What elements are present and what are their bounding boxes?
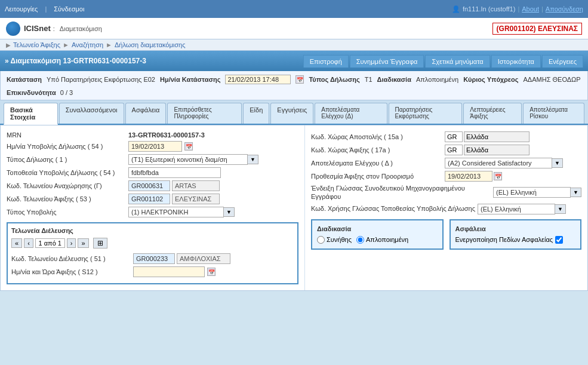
typos-upovolhs-row: Τύπος Υποβολής ▼	[7, 207, 298, 217]
kwdikos-anax-label: Κωδ. Τελωνείου Αναχώρησης (Γ)	[7, 182, 126, 189]
prothesmia-cal-icon[interactable]: 📅	[494, 172, 502, 180]
nav-first-btn[interactable]: «	[11, 238, 22, 248]
tab-egguiseis[interactable]: Εγγυήσεις	[270, 103, 313, 124]
asfaleia-checkbox[interactable]	[555, 236, 563, 244]
transit-box-title: Τελωνεία Διέλευσης	[11, 227, 294, 234]
hm-afixis-cal-icon[interactable]: 📅	[207, 268, 216, 276]
endeiksi-arrow[interactable]: ▼	[571, 188, 581, 197]
nav-next-btn[interactable]: ›	[67, 238, 76, 248]
diadikasia-value: Απλοποιημένη	[416, 76, 458, 83]
tab-synihmena[interactable]: Συνημμένα Έγγραφα	[350, 55, 424, 68]
kwdikos-afixis-right-code[interactable]	[445, 145, 463, 155]
user-name: fn111.In (custoff1)	[463, 5, 515, 13]
typos-select-arrow[interactable]: ▼	[248, 155, 258, 164]
kwd-xrhsis-input[interactable]	[478, 204, 555, 214]
apotelesmata-arrow[interactable]: ▼	[552, 158, 563, 168]
hm-afixis-row: Ημ/νία και Ώρα Άφιξης ( S12 ) 📅	[11, 266, 294, 277]
kwdikos-aposto-name	[464, 131, 529, 142]
copy-btn[interactable]: ⊞	[93, 238, 107, 249]
radio-aplopoiimeni-input[interactable]	[356, 236, 364, 244]
kwdikos-aposto-code[interactable]	[445, 131, 463, 142]
app-subtitle: Διαμετακόμιση	[60, 25, 102, 32]
tab-energeies[interactable]: Ενέργειες	[542, 55, 583, 68]
diadikasia-label: Διαδικασία	[377, 76, 411, 83]
about-link[interactable]: About	[522, 5, 539, 13]
kwd-xrhsis-arrow[interactable]: ▼	[555, 204, 566, 214]
tab-vasika[interactable]: Βασικά Στοιχεία	[4, 103, 58, 125]
app-name: ICISnet	[24, 24, 51, 33]
tab-sxetika[interactable]: Σχετικά μηνύματα	[425, 55, 490, 68]
topos-row: Τοποθεσία Υποβολής Δήλωσης ( 54 )	[7, 167, 298, 178]
breadcrumb-item-2[interactable]: Αναζήτηση	[72, 41, 103, 48]
hm-upovolhs-cal-icon[interactable]: 📅	[184, 142, 193, 151]
typos-upovolhs-arrow[interactable]: ▼	[224, 207, 235, 217]
logo-globe-icon	[6, 22, 20, 36]
radio-synithis-label: Συνήθης	[327, 236, 352, 243]
katastasi-value: Υπό Παρατηρήσεις Εκφόρτωσης Ε02	[47, 76, 155, 83]
menu-leitourgies[interactable]: Λειτουργίες	[5, 5, 38, 13]
radio-aplopoiimeni: Απλοποιημένη	[356, 236, 408, 244]
transit-nav: « ‹ 1 από 1 › » ⊞	[11, 238, 294, 249]
hm-upovolhs-label: Ημ/νία Υποβολής Δήλωσης ( 54 )	[7, 143, 126, 150]
kwdikos-afixis-code[interactable]	[128, 194, 170, 204]
kwdikos-afixis-right-name	[464, 145, 529, 155]
diadikasia-box-title: Διαδικασία	[317, 225, 438, 232]
hm-cal-icon[interactable]: 📅	[295, 75, 304, 84]
typos-dhlwsis-input[interactable]	[128, 154, 248, 165]
right-panel: Κωδ. Χώρας Αποστολής ( 15a ) Κωδ. Χώρας …	[305, 125, 587, 290]
prothesmia-input[interactable]	[445, 171, 492, 182]
logout-link[interactable]: Αποσύνδεση	[546, 5, 583, 13]
endeiksi-input[interactable]	[493, 187, 571, 198]
kwdikos-anax-row: Κωδ. Τελωνείου Αναχώρησης (Γ)	[7, 180, 298, 191]
prothesmia-row: Προθεσμία Άφιξης στον Προορισμό 📅	[311, 171, 581, 182]
tab-epistrofh[interactable]: Επιστροφή	[303, 55, 349, 68]
tab-leptomeries[interactable]: Λεπτομέρειες Άφιξης	[463, 103, 522, 124]
mrn-value: 13-GRTR0631-0000157-3	[128, 131, 205, 139]
breadcrumb-item-1[interactable]: Τελωνείο Άφιξης	[13, 41, 60, 48]
apotelesmata-label: Αποτελέσματα Ελέγχου ( Δ )	[311, 160, 442, 167]
tab-eidi[interactable]: Είδη	[243, 103, 269, 124]
hm-upovolhs-input[interactable]	[128, 141, 182, 152]
page-header: » Διαμετακόμιση 13-GRTR0631-0000157-3 Επ…	[0, 51, 588, 71]
location-code: (GR001102) ΕΛΕΥΣΙΝΑΣ	[492, 23, 582, 35]
tab-synallassomenoi[interactable]: Συναλλασσόμενοι	[59, 103, 124, 124]
menu-syndesmoi[interactable]: Σύνδεσμοι	[54, 5, 84, 13]
typos-row: Τύπος Δήλωσης ( 1 ) ▼	[7, 154, 298, 165]
tabs-row: Βασικά Στοιχεία Συναλλασσόμενοι Ασφάλεια…	[0, 100, 588, 125]
endeiksi-row: Ένδειξη Γλώσσας Συνοδευτικού Μηχανογραφη…	[311, 184, 581, 201]
endeiksi-label: Ένδειξη Γλώσσας Συνοδευτικού Μηχανογραφη…	[311, 184, 491, 201]
typos-upovolhs-input[interactable]	[128, 207, 224, 217]
bottom-boxes: Διαδικασία Συνήθης Απλοποιημένη Ασφάλεια…	[311, 219, 581, 250]
kwd-xrhsis-label: Κωδ. Χρήσης Γλώσσας Τοποθεσίας Υποβολής …	[311, 204, 475, 213]
radio-synithis: Συνήθης	[317, 236, 352, 244]
prothesmia-label: Προθεσμία Άφιξης στον Προορισμό	[311, 173, 442, 180]
tab-asfaleia[interactable]: Ασφάλεια	[125, 103, 167, 124]
topos-label: Τοποθεσία Υποβολής Δήλωσης ( 54 )	[7, 169, 126, 176]
kwdikos-afixis-right-row: Κωδ. Χώρας Άφιξης ( 17a )	[311, 145, 581, 155]
hm-input[interactable]	[225, 75, 291, 84]
page-title-text: » Διαμετακόμιση 13-GRTR0631-0000157-3	[5, 57, 146, 65]
hm-row: Ημ/νία Υποβολής Δήλωσης ( 54 ) 📅	[7, 141, 298, 152]
header-tabs: Επιστροφή Συνημμένα Έγγραφα Σχετικά μηνύ…	[303, 55, 583, 68]
kwdikos-anax-code[interactable]	[128, 180, 170, 191]
tab-apotelesmata-risk[interactable]: Αποτελέσματα Ρίσκου	[523, 103, 584, 124]
page-title: » Διαμετακόμιση 13-GRTR0631-0000157-3	[5, 57, 146, 65]
radio-aplopoiimeni-label: Απλοποιημένη	[366, 236, 408, 243]
diadikasia-box: Διαδικασία Συνήθης Απλοποιημένη	[311, 219, 444, 250]
kwdikos-anax-name	[172, 180, 220, 191]
apotelesmata-input[interactable]	[445, 158, 552, 168]
hm-afixis-label: Ημ/νία και Ώρα Άφιξης ( S12 )	[11, 268, 131, 275]
tab-istorikotita[interactable]: Ιστορικότητα	[491, 55, 541, 68]
hm-afixis-input[interactable]	[133, 266, 205, 277]
tab-epiprosthetes[interactable]: Επιπρόσθετες Πληροφορίες	[167, 103, 242, 124]
nav-prev-btn[interactable]: ‹	[24, 238, 33, 248]
topos-input[interactable]	[128, 167, 221, 178]
main-content: MRN 13-GRTR0631-0000157-3 Ημ/νία Υποβολή…	[0, 125, 588, 291]
nav-last-btn[interactable]: »	[78, 238, 88, 248]
tab-parathriseis[interactable]: Παρατηρήσεις Εκφόρτωσης	[389, 103, 463, 124]
breadcrumb-item-3[interactable]: Δήλωση διαμετακόμισης	[115, 41, 186, 48]
kwd-dieleusis-code[interactable]	[133, 253, 175, 264]
tab-apotelesmata-d[interactable]: Αποτελέσματα Ελέγχου (Δ)	[315, 103, 387, 124]
radio-synithis-input[interactable]	[317, 236, 325, 244]
typos-value: Τ1	[365, 76, 372, 83]
